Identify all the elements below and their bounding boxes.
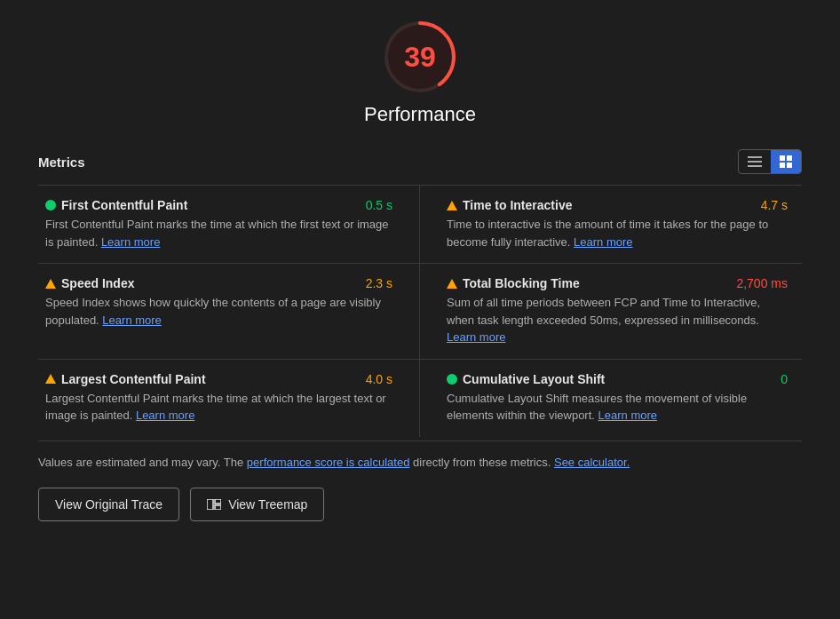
svg-rect-5: [780, 155, 785, 161]
fcp-learn-more[interactable]: Learn more: [101, 235, 160, 249]
score-container: 39 Performance: [364, 18, 476, 140]
lcp-desc: Largest Contentful Paint marks the time …: [45, 390, 392, 425]
si-desc: Speed Index shows how quickly the conten…: [45, 294, 392, 329]
cls-learn-more[interactable]: Learn more: [598, 409, 657, 422]
svg-rect-4: [748, 165, 762, 167]
tti-value: 4.7 s: [761, 198, 788, 212]
performance-title: Performance: [364, 103, 476, 126]
svg-rect-11: [215, 505, 221, 510]
si-learn-more[interactable]: Learn more: [102, 313, 161, 327]
view-toggle[interactable]: [738, 149, 802, 174]
tti-name: Time to Interactive: [463, 198, 572, 212]
metrics-section: Metrics: [38, 149, 802, 437]
metric-si: Speed Index 2.3 s Speed Index shows how …: [38, 263, 420, 359]
calculator-link[interactable]: See calculator.: [554, 456, 630, 469]
lcp-learn-more[interactable]: Learn more: [136, 409, 194, 422]
fcp-indicator: [45, 200, 56, 210]
view-trace-button[interactable]: View Original Trace: [38, 488, 179, 521]
tti-desc: Time to interactive is the amount of tim…: [447, 216, 788, 250]
tbt-name: Total Blocking Time: [463, 276, 580, 290]
tbt-indicator: [447, 279, 457, 289]
metric-tti: Time to Interactive 4.7 s Time to intera…: [420, 185, 802, 263]
cls-name: Cumulative Layout Shift: [463, 372, 605, 386]
svg-rect-9: [207, 499, 213, 510]
metric-lcp: Largest Contentful Paint 4.0 s Largest C…: [38, 359, 420, 437]
score-circle: 39: [381, 18, 459, 96]
lcp-name: Largest Contentful Paint: [61, 372, 206, 386]
si-indicator: [45, 279, 56, 289]
lcp-indicator: [45, 374, 56, 384]
tbt-value: 2,700 ms: [736, 276, 788, 290]
view-treemap-button[interactable]: View Treemap: [190, 488, 324, 521]
action-buttons: View Original Trace View Treemap: [38, 488, 802, 521]
cls-value: 0: [781, 372, 788, 386]
metrics-label: Metrics: [38, 155, 85, 170]
si-name: Speed Index: [61, 276, 134, 290]
treemap-icon: [207, 499, 221, 510]
tti-learn-more[interactable]: Learn more: [574, 235, 632, 249]
footer-note: Values are estimated and may vary. The p…: [38, 440, 802, 472]
tbt-learn-more[interactable]: Learn more: [447, 330, 505, 344]
fcp-desc: First Contentful Paint marks the time at…: [45, 216, 392, 250]
metrics-grid: First Contentful Paint 0.5 s First Conte…: [38, 185, 802, 437]
svg-rect-3: [748, 161, 762, 163]
svg-rect-8: [787, 163, 792, 168]
si-value: 2.3 s: [366, 276, 392, 290]
svg-rect-6: [787, 155, 792, 161]
cls-desc: Cumulative Layout Shift measures the mov…: [447, 390, 788, 425]
grid-view-button[interactable]: [771, 150, 801, 173]
cls-indicator: [447, 374, 457, 385]
fcp-value: 0.5 s: [366, 198, 392, 212]
metric-tbt: Total Blocking Time 2,700 ms Sum of all …: [420, 263, 802, 359]
svg-rect-2: [748, 156, 762, 158]
lcp-value: 4.0 s: [366, 372, 392, 386]
score-calc-link[interactable]: performance score is calculated: [247, 456, 410, 469]
svg-rect-7: [780, 163, 785, 168]
tti-indicator: [447, 201, 457, 210]
tbt-desc: Sum of all time periods between FCP and …: [447, 294, 788, 346]
score-value: 39: [404, 41, 436, 74]
metric-fcp: First Contentful Paint 0.5 s First Conte…: [38, 185, 420, 263]
list-view-button[interactable]: [739, 150, 771, 173]
svg-rect-10: [215, 499, 221, 504]
fcp-name: First Contentful Paint: [61, 198, 187, 212]
metric-cls: Cumulative Layout Shift 0 Cumulative Lay…: [420, 359, 802, 437]
metrics-header: Metrics: [38, 149, 802, 174]
